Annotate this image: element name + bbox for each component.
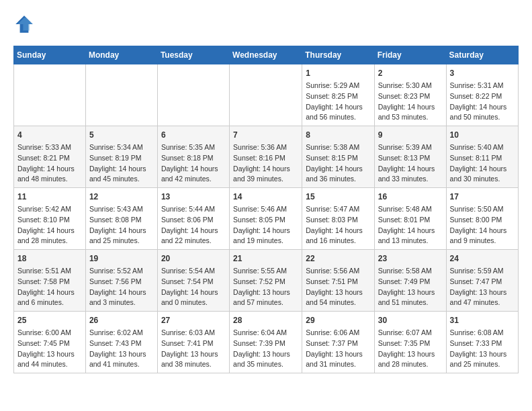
day-info: Sunrise: 5:56 AM: [306, 266, 370, 277]
calendar-cell: 22Sunrise: 5:56 AMSunset: 7:51 PMDayligh…: [302, 250, 374, 312]
calendar-cell: 26Sunrise: 6:02 AMSunset: 7:43 PMDayligh…: [85, 312, 157, 373]
calendar-cell: 23Sunrise: 5:58 AMSunset: 7:49 PMDayligh…: [374, 250, 446, 312]
day-header-tuesday: Tuesday: [157, 46, 229, 64]
day-header-friday: Friday: [374, 46, 446, 64]
calendar-cell: 21Sunrise: 5:55 AMSunset: 7:52 PMDayligh…: [230, 250, 302, 312]
day-info: Sunset: 8:15 PM: [306, 153, 370, 164]
calendar-cell: 9Sunrise: 5:39 AMSunset: 8:13 PMDaylight…: [374, 126, 446, 188]
calendar-cell: 30Sunrise: 6:07 AMSunset: 7:35 PMDayligh…: [374, 312, 446, 373]
day-header-sunday: Sunday: [14, 46, 86, 64]
day-number: 19: [89, 253, 154, 265]
day-info: and 41 minutes.: [89, 359, 154, 370]
day-info: Sunset: 8:00 PM: [450, 215, 515, 226]
calendar-cell: 5Sunrise: 5:34 AMSunset: 8:19 PMDaylight…: [85, 126, 157, 188]
calendar-cell: 13Sunrise: 5:44 AMSunset: 8:06 PMDayligh…: [157, 188, 229, 250]
day-info: and 44 minutes.: [17, 359, 82, 370]
day-info: Sunrise: 5:44 AM: [161, 204, 226, 215]
day-info: Sunrise: 5:59 AM: [450, 266, 515, 277]
calendar-week-row: 1Sunrise: 5:29 AMSunset: 8:25 PMDaylight…: [14, 64, 519, 126]
day-info: Sunrise: 5:31 AM: [450, 81, 515, 91]
day-info: Sunrise: 5:47 AM: [306, 204, 370, 215]
day-info: Sunset: 7:58 PM: [17, 277, 82, 287]
day-number: 5: [89, 129, 154, 141]
day-number: 2: [378, 67, 443, 79]
day-info: Sunrise: 5:51 AM: [17, 266, 82, 277]
day-info: Sunset: 8:19 PM: [89, 153, 154, 164]
calendar-cell: 24Sunrise: 5:59 AMSunset: 7:47 PMDayligh…: [446, 250, 518, 312]
day-info: Sunrise: 5:36 AM: [233, 142, 298, 153]
day-info: and 30 minutes.: [450, 174, 515, 185]
day-info: Daylight: 14 hours: [450, 226, 515, 236]
day-info: and 31 minutes.: [306, 359, 370, 370]
logo-icon: [13, 13, 35, 35]
day-info: Sunset: 8:21 PM: [17, 153, 82, 164]
day-info: Daylight: 14 hours: [17, 164, 82, 175]
day-info: Daylight: 14 hours: [450, 102, 515, 113]
calendar-cell: [230, 64, 302, 126]
day-info: and 16 minutes.: [306, 236, 370, 246]
day-info: Daylight: 13 hours: [450, 287, 515, 298]
day-info: Sunrise: 6:08 AM: [450, 328, 515, 338]
day-info: Sunrise: 5:43 AM: [89, 204, 154, 215]
day-number: 4: [17, 129, 82, 141]
day-info: Daylight: 14 hours: [450, 164, 515, 175]
day-number: 8: [306, 129, 370, 141]
day-info: Daylight: 14 hours: [306, 226, 370, 236]
day-info: Daylight: 13 hours: [450, 349, 515, 360]
day-info: and 28 minutes.: [378, 359, 443, 370]
page-header: [13, 13, 519, 35]
day-info: and 51 minutes.: [378, 298, 443, 308]
day-info: Sunset: 7:39 PM: [233, 338, 298, 349]
day-info: and 0 minutes.: [161, 298, 226, 308]
calendar-cell: 20Sunrise: 5:54 AMSunset: 7:54 PMDayligh…: [157, 250, 229, 312]
day-info: Sunset: 7:41 PM: [161, 338, 226, 349]
day-info: and 33 minutes.: [378, 174, 443, 185]
day-info: and 25 minutes.: [450, 359, 515, 370]
day-info: and 57 minutes.: [233, 298, 298, 308]
calendar-header-row: SundayMondayTuesdayWednesdayThursdayFrid…: [14, 46, 519, 64]
day-number: 27: [161, 314, 226, 326]
calendar-cell: 2Sunrise: 5:30 AMSunset: 8:23 PMDaylight…: [374, 64, 446, 126]
calendar-cell: 28Sunrise: 6:04 AMSunset: 7:39 PMDayligh…: [230, 312, 302, 373]
calendar-cell: 29Sunrise: 6:06 AMSunset: 7:37 PMDayligh…: [302, 312, 374, 373]
day-number: 11: [17, 191, 82, 203]
day-info: Sunrise: 6:03 AM: [161, 328, 226, 338]
day-info: Sunrise: 5:50 AM: [450, 204, 515, 215]
day-info: Sunset: 8:10 PM: [17, 215, 82, 226]
calendar-cell: 11Sunrise: 5:42 AMSunset: 8:10 PMDayligh…: [14, 188, 86, 250]
day-info: Sunrise: 5:35 AM: [161, 142, 226, 153]
day-info: and 50 minutes.: [450, 112, 515, 123]
calendar-cell: 15Sunrise: 5:47 AMSunset: 8:03 PMDayligh…: [302, 188, 374, 250]
day-number: 15: [306, 191, 370, 203]
day-info: Sunset: 8:22 PM: [450, 91, 515, 102]
day-info: Sunrise: 6:02 AM: [89, 328, 154, 338]
day-info: Sunset: 7:52 PM: [233, 277, 298, 287]
day-info: and 48 minutes.: [17, 174, 82, 185]
calendar-week-row: 4Sunrise: 5:33 AMSunset: 8:21 PMDaylight…: [14, 126, 519, 188]
day-info: and 42 minutes.: [161, 174, 226, 185]
day-info: Sunrise: 5:48 AM: [378, 204, 443, 215]
day-number: 24: [450, 253, 515, 265]
day-info: Daylight: 14 hours: [161, 287, 226, 298]
day-info: Daylight: 13 hours: [306, 349, 370, 360]
day-info: Sunrise: 5:30 AM: [378, 81, 443, 91]
day-number: 3: [450, 67, 515, 79]
day-info: Sunrise: 5:42 AM: [17, 204, 82, 215]
calendar-cell: 10Sunrise: 5:40 AMSunset: 8:11 PMDayligh…: [446, 126, 518, 188]
day-header-thursday: Thursday: [302, 46, 374, 64]
calendar-cell: 8Sunrise: 5:38 AMSunset: 8:15 PMDaylight…: [302, 126, 374, 188]
day-info: and 13 minutes.: [378, 236, 443, 246]
day-info: Sunset: 8:16 PM: [233, 153, 298, 164]
calendar-cell: [157, 64, 229, 126]
day-info: Daylight: 13 hours: [378, 349, 443, 360]
day-info: Sunrise: 5:38 AM: [306, 142, 370, 153]
day-info: Sunrise: 6:00 AM: [17, 328, 82, 338]
day-info: Daylight: 14 hours: [89, 226, 154, 236]
day-number: 28: [233, 314, 298, 326]
calendar-cell: 31Sunrise: 6:08 AMSunset: 7:33 PMDayligh…: [446, 312, 518, 373]
day-info: Daylight: 14 hours: [233, 226, 298, 236]
calendar-cell: 18Sunrise: 5:51 AMSunset: 7:58 PMDayligh…: [14, 250, 86, 312]
day-number: 13: [161, 191, 226, 203]
day-number: 22: [306, 253, 370, 265]
day-info: Sunrise: 5:58 AM: [378, 266, 443, 277]
